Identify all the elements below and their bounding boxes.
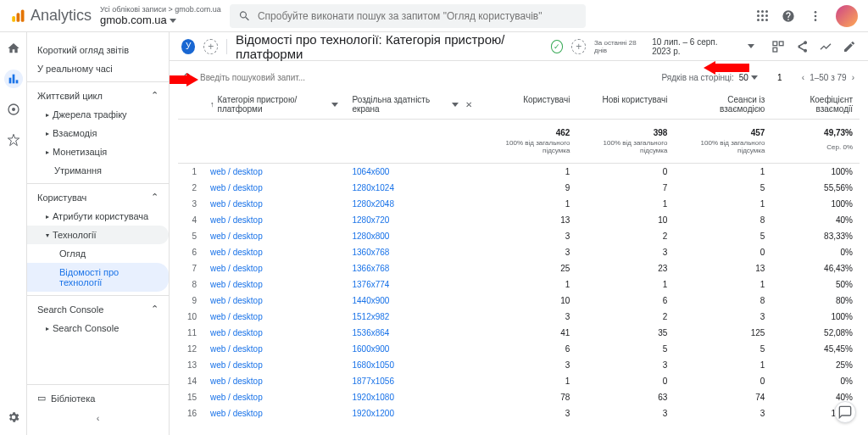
top-bar: Analytics Усі облікові записи > gmob.com… xyxy=(0,0,868,32)
rail-reports[interactable] xyxy=(4,70,23,88)
sidebar-item-monetization[interactable]: ▸Монетизація xyxy=(27,142,169,161)
content-area: У + Відомості про технології: Категорія … xyxy=(170,32,868,435)
col-engaged-sessions[interactable]: Сеанси із взаємодією xyxy=(674,90,771,120)
rail-advertising[interactable] xyxy=(4,131,23,149)
help-bubble[interactable] xyxy=(834,401,856,423)
insights-icon[interactable] xyxy=(819,40,832,53)
sidebar-snapshot[interactable]: Короткий огляд звітів xyxy=(27,41,169,59)
date-range-picker[interactable]: За останні 28 днів 10 лип. – 6 серп. 202… xyxy=(594,37,754,56)
table-row[interactable]: 9web / desktop1440x900106880% xyxy=(178,293,860,309)
sidebar-group-sc[interactable]: Search Console⌃ xyxy=(27,299,169,319)
table-search-input[interactable] xyxy=(200,73,654,82)
table-row[interactable]: 16web / desktop1920x1200333100% xyxy=(178,405,860,421)
annotation-arrow-2 xyxy=(704,61,749,75)
sidebar-item-retention[interactable]: Утримання xyxy=(27,161,169,180)
page-range-info: 1–50 з 79 xyxy=(810,73,847,82)
svg-rect-0 xyxy=(12,16,15,22)
edit-icon[interactable] xyxy=(843,40,856,53)
rail-home[interactable] xyxy=(4,39,23,58)
analytics-icon xyxy=(10,8,25,24)
table-row[interactable]: 4web / desktop1280x7201310840% xyxy=(178,212,860,228)
sidebar-item-tech-overview[interactable]: Огляд xyxy=(27,244,169,263)
sidebar-item-acquisition[interactable]: ▸Джерела трафіку xyxy=(27,105,169,124)
verified-icon: ✓ xyxy=(551,40,564,53)
col-new-users[interactable]: Нові користувачі xyxy=(576,90,674,120)
report-header: У + Відомості про технології: Категорія … xyxy=(170,32,868,61)
table-controls: Рядків на сторінці: 50 ‹ 1–50 з 79 › xyxy=(178,64,860,90)
property-name: gmob.com.ua xyxy=(100,14,167,26)
sidebar-item-engagement[interactable]: ▸Взаємодія xyxy=(27,124,169,142)
table-row[interactable]: 7web / desktop1366x76825231346,43% xyxy=(178,260,860,276)
table-row[interactable]: 8web / desktop1376x77411150% xyxy=(178,276,860,293)
col-dimension-1[interactable]: ↑Категорія пристрою/платформи xyxy=(203,90,345,120)
svg-rect-11 xyxy=(773,42,777,46)
remove-dim-icon[interactable]: ✕ xyxy=(465,100,472,109)
svg-point-10 xyxy=(12,108,15,111)
property-selector[interactable]: Усі облікові записи > gmob.com.ua gmob.c… xyxy=(100,5,221,26)
sidebar-collapse[interactable]: ‹ xyxy=(27,408,169,428)
table-row[interactable]: 14web / desktop1877x10561000% xyxy=(178,373,860,389)
goto-page-input[interactable] xyxy=(763,70,797,85)
sidebar-item-tech-details[interactable]: Відомості про технології xyxy=(27,263,169,292)
sidebar-group-lifecycle[interactable]: Життєвий цикл⌃ xyxy=(27,86,169,105)
global-search[interactable] xyxy=(230,4,586,28)
svg-rect-7 xyxy=(12,75,14,84)
table-row[interactable]: 13web / desktop1680x105033125% xyxy=(178,357,860,373)
search-icon xyxy=(238,9,251,23)
data-table-area: Рядків на сторінці: 50 ‹ 1–50 з 79 › ↑Ка… xyxy=(170,61,868,435)
table-row[interactable]: 15web / desktop1920x108078637440% xyxy=(178,389,860,405)
sidebar-group-user[interactable]: Користувач⌃ xyxy=(27,187,169,207)
left-rail xyxy=(0,32,27,435)
svg-point-5 xyxy=(815,19,817,21)
chevron-down-icon xyxy=(748,44,754,48)
table-row[interactable]: 2web / desktop1280x102497555,56% xyxy=(178,180,860,196)
table-row[interactable]: 10web / desktop1512x982323100% xyxy=(178,309,860,325)
chevron-down-icon xyxy=(170,19,176,23)
col-users[interactable]: Користувачі xyxy=(479,90,576,120)
rail-admin[interactable] xyxy=(4,408,23,427)
table-row[interactable]: 11web / desktop1536x864413512552,08% xyxy=(178,325,860,341)
kebab-icon[interactable] xyxy=(809,9,822,23)
help-icon[interactable] xyxy=(782,9,795,23)
svg-rect-2 xyxy=(21,9,25,21)
product-name: Analytics xyxy=(31,7,92,25)
svg-rect-1 xyxy=(17,13,20,22)
chat-icon xyxy=(838,405,852,419)
breadcrumb: Усі облікові записи > gmob.com.ua xyxy=(100,5,221,14)
svg-point-4 xyxy=(815,14,817,17)
table-row[interactable]: 3web / desktop1280x2048111100% xyxy=(178,196,860,212)
next-page[interactable]: › xyxy=(852,73,854,82)
svg-rect-12 xyxy=(779,42,783,46)
sidebar-item-user-attrs[interactable]: ▸Атрибути користувача xyxy=(27,207,169,226)
annotation-arrow-1 xyxy=(170,73,198,86)
add-comparison[interactable]: + xyxy=(571,39,586,54)
segment-badge[interactable]: У xyxy=(181,39,195,54)
share-icon[interactable] xyxy=(795,40,809,53)
svg-point-3 xyxy=(815,11,817,14)
sidebar-item-tech[interactable]: ▾Технології xyxy=(27,226,169,244)
reports-sidebar: Короткий огляд звітів У реальному часі Ж… xyxy=(27,32,170,435)
prev-page[interactable]: ‹ xyxy=(802,73,804,82)
product-logo[interactable]: Analytics xyxy=(10,7,92,25)
data-table: ↑Категорія пристрою/платформи Роздільна … xyxy=(178,90,860,421)
svg-rect-8 xyxy=(15,80,18,83)
table-row[interactable]: 12web / desktop1600x90065545,45% xyxy=(178,341,860,357)
table-row[interactable]: 5web / desktop1280x80032583,33% xyxy=(178,228,860,244)
sidebar-library[interactable]: ▭Бібліотека xyxy=(27,388,169,408)
table-row[interactable]: 6web / desktop1360x7683300% xyxy=(178,244,860,260)
col-engagement-rate[interactable]: Коефіцієнт взаємодії xyxy=(771,90,860,120)
add-segment[interactable]: + xyxy=(203,39,218,54)
customize-icon[interactable] xyxy=(771,40,785,53)
svg-rect-13 xyxy=(773,47,777,52)
sidebar-realtime[interactable]: У реальному часі xyxy=(27,59,169,78)
table-row[interactable]: 1web / desktop1064x600101100% xyxy=(178,164,860,181)
search-input[interactable] xyxy=(258,10,577,22)
avatar[interactable] xyxy=(836,5,858,27)
apps-icon[interactable] xyxy=(757,10,768,21)
rail-explore[interactable] xyxy=(4,100,23,119)
report-title: Відомості про технології: Категорія прис… xyxy=(236,32,542,61)
col-dimension-2[interactable]: Роздільна здатність екрана✕ xyxy=(345,90,479,120)
sidebar-item-sc[interactable]: ▸Search Console xyxy=(27,319,169,337)
svg-rect-6 xyxy=(8,78,11,84)
